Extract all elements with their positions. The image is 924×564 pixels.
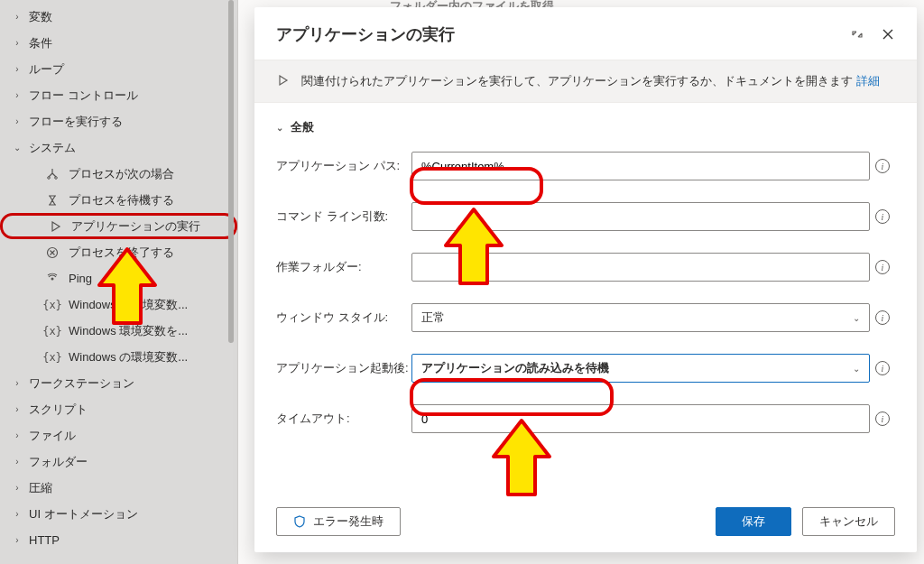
tree-group-workstation[interactable]: ›ワークステーション bbox=[0, 370, 237, 396]
dialog-footer: エラー発生時 保存 キャンセル bbox=[254, 495, 917, 552]
input-timeout[interactable] bbox=[411, 404, 870, 433]
label-app-path: アプリケーション パス: bbox=[276, 158, 411, 174]
svg-marker-5 bbox=[446, 209, 502, 283]
svg-point-0 bbox=[48, 176, 51, 179]
tree-group-http[interactable]: ›HTTP bbox=[0, 527, 237, 553]
cancel-button[interactable]: キャンセル bbox=[802, 507, 895, 536]
annotation-arrow-sidebar bbox=[96, 245, 159, 327]
info-icon[interactable]: i bbox=[875, 310, 890, 325]
select-win-style[interactable]: 正常⌄ bbox=[411, 303, 870, 332]
tree-group-variables[interactable]: ›変数 bbox=[0, 4, 237, 30]
info-icon[interactable]: i bbox=[875, 411, 890, 426]
label-win-style: ウィンドウ スタイル: bbox=[276, 310, 411, 326]
info-text: 関連付けられたアプリケーションを実行して、アプリケーションを実行するか、ドキュメ… bbox=[301, 74, 853, 88]
shield-icon bbox=[293, 515, 306, 528]
section-general[interactable]: ⌄全般 bbox=[276, 119, 895, 135]
chevron-down-icon: ⌄ bbox=[853, 364, 860, 374]
tree-item-env-var-3[interactable]: {x}Windows の環境変数... bbox=[0, 344, 237, 370]
on-error-button[interactable]: エラー発生時 bbox=[276, 507, 401, 536]
tree-group-scripts[interactable]: ›スクリプト bbox=[0, 396, 237, 422]
info-link[interactable]: 詳細 bbox=[856, 74, 880, 88]
label-after-launch: アプリケーション起動後: bbox=[276, 360, 411, 376]
label-cmd-args: コマンド ライン引数: bbox=[276, 208, 411, 225]
tree-group-compress[interactable]: ›圧縮 bbox=[0, 475, 237, 501]
tree-item-wait-process[interactable]: プロセスを待機する bbox=[0, 187, 237, 213]
save-button[interactable]: 保存 bbox=[716, 507, 791, 536]
tree-group-flowcontrol[interactable]: ›フロー コントロール bbox=[0, 82, 237, 108]
tree-group-runflow[interactable]: ›フローを実行する bbox=[0, 108, 237, 134]
dialog-body: ⌄全般 アプリケーション パス: i コマンド ライン引数: i 作業フォルダー… bbox=[254, 103, 917, 495]
tree-group-ui-automation[interactable]: ›UI オートメーション bbox=[0, 501, 237, 527]
tree-item-process-if[interactable]: プロセスが次の場合 bbox=[0, 161, 237, 187]
info-icon[interactable]: i bbox=[875, 361, 890, 375]
svg-point-1 bbox=[55, 176, 58, 179]
dialog-title: アプリケーションの実行 bbox=[276, 23, 455, 45]
info-icon[interactable]: i bbox=[875, 209, 890, 224]
annotation-arrow-path bbox=[442, 206, 505, 287]
tree-item-run-application[interactable]: アプリケーションの実行 bbox=[0, 213, 237, 239]
label-timeout: タイムアウト: bbox=[276, 411, 411, 427]
svg-point-3 bbox=[51, 277, 54, 280]
tree-group-loops[interactable]: ›ループ bbox=[0, 56, 237, 82]
dialog-header: アプリケーションの実行 bbox=[254, 7, 917, 60]
tree-group-folder[interactable]: ›フォルダー bbox=[0, 448, 237, 475]
label-work-dir: 作業フォルダー: bbox=[276, 259, 411, 275]
info-bar: 関連付けられたアプリケーションを実行して、アプリケーションを実行するか、ドキュメ… bbox=[254, 60, 917, 103]
input-app-path[interactable] bbox=[411, 152, 870, 180]
tree-group-file[interactable]: ›ファイル bbox=[0, 422, 237, 448]
svg-marker-6 bbox=[494, 421, 550, 495]
info-icon[interactable]: i bbox=[875, 260, 890, 274]
info-icon[interactable]: i bbox=[875, 159, 890, 173]
action-properties-dialog: アプリケーションの実行 関連付けられたアプリケーションを実行して、アプリケーショ… bbox=[254, 7, 917, 552]
expand-icon[interactable] bbox=[850, 27, 864, 42]
tree-group-conditions[interactable]: ›条件 bbox=[0, 30, 237, 56]
select-after-launch[interactable]: アプリケーションの読み込みを待機⌄ bbox=[411, 354, 870, 383]
tree-group-system[interactable]: ⌄システム bbox=[0, 134, 237, 161]
annotation-arrow-after bbox=[490, 417, 553, 498]
close-icon[interactable] bbox=[881, 27, 895, 42]
chevron-down-icon: ⌄ bbox=[853, 313, 860, 323]
play-icon bbox=[276, 74, 291, 89]
svg-marker-4 bbox=[99, 249, 155, 323]
